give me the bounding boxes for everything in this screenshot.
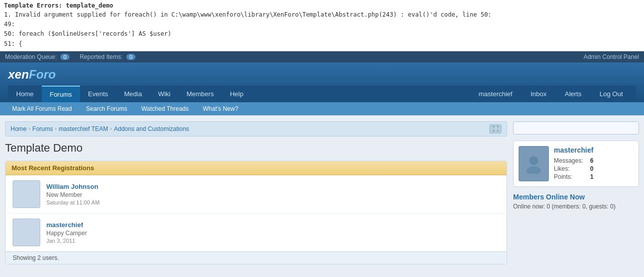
nav-item-forums[interactable]: Forums bbox=[42, 86, 80, 102]
logo-xen: xen bbox=[8, 67, 29, 81]
user-rows: William JohnsonNew MemberSaturday at 11:… bbox=[6, 175, 507, 251]
likes-val: 0 bbox=[590, 165, 594, 172]
user-date-1: Jan 3, 2011 bbox=[46, 238, 87, 244]
messages-label: Messages: bbox=[554, 157, 583, 164]
sidebar: masterchief Messages: 6 Likes: 0 Points:… bbox=[513, 121, 639, 264]
points-val: 1 bbox=[590, 173, 594, 180]
error-bar: Template Errors: template_demo 1. Invali… bbox=[0, 0, 644, 51]
nav-left: HomeForumsEventsMediaWikiMembersHelp bbox=[8, 86, 465, 102]
avatar-icon bbox=[524, 154, 544, 174]
admin-bar: Moderation Queue: 0 Reported Items: 0 Ad… bbox=[0, 51, 644, 62]
stat-row-messages: Messages: 6 bbox=[554, 157, 594, 164]
error-code-49: 49: bbox=[4, 21, 15, 28]
messages-val: 6 bbox=[590, 157, 594, 164]
likes-label: Likes: bbox=[554, 165, 569, 172]
nav-item-help[interactable]: Help bbox=[222, 86, 252, 102]
breadcrumb-item-1[interactable]: Forums bbox=[32, 125, 53, 132]
reported-count: 0 bbox=[126, 54, 135, 60]
breadcrumb-item-2[interactable]: masterchief TEAM bbox=[58, 125, 108, 132]
nav-user-log-out[interactable]: Log Out bbox=[592, 86, 631, 102]
user-title-1: Happy Camper bbox=[46, 230, 87, 237]
breadcrumb-item-0[interactable]: Home bbox=[11, 125, 27, 132]
reg-header: Most Recent Registrations bbox=[6, 161, 507, 175]
nav-item-members[interactable]: Members bbox=[178, 86, 222, 102]
moderation-count: 0 bbox=[60, 54, 69, 60]
registrations-block: Most Recent Registrations William Johnso… bbox=[5, 161, 507, 264]
online-text: Online now: 0 (members: 0, guests: 0) bbox=[513, 203, 639, 210]
error-title: Template Errors: template_demo bbox=[4, 2, 113, 9]
user-row-0: William JohnsonNew MemberSaturday at 11:… bbox=[6, 175, 507, 214]
sub-nav: Mark All Forums ReadSearch ForumsWatched… bbox=[0, 102, 644, 115]
user-info-0: William JohnsonNew MemberSaturday at 11:… bbox=[46, 183, 100, 205]
nav-item-events[interactable]: Events bbox=[80, 86, 116, 102]
breadcrumb: Home›Forums›masterchief TEAM›Addons and … bbox=[5, 121, 507, 136]
nav-user-masterchief[interactable]: masterchief bbox=[470, 86, 520, 102]
content: Home›Forums›masterchief TEAM›Addons and … bbox=[5, 121, 507, 264]
user-avatar-0 bbox=[13, 180, 40, 208]
sidebar-username[interactable]: masterchief bbox=[554, 146, 594, 154]
main-layout: Home›Forums›masterchief TEAM›Addons and … bbox=[0, 115, 644, 270]
header: xenForo HomeForumsEventsMediaWikiMembers… bbox=[0, 62, 644, 102]
error-line1: 1. Invalid argument supplied for foreach… bbox=[4, 11, 491, 18]
breadcrumb-expand[interactable]: ⛶ bbox=[489, 124, 502, 133]
user-date-0: Saturday at 11:00 AM bbox=[46, 199, 100, 205]
user-title-0: New Member bbox=[46, 191, 100, 198]
sidebar-user-info: masterchief Messages: 6 Likes: 0 Points:… bbox=[554, 146, 594, 181]
online-section: Members Online Now Online now: 0 (member… bbox=[513, 193, 639, 210]
page-title: Template Demo bbox=[5, 142, 507, 155]
breadcrumb-sep-0: › bbox=[29, 126, 30, 131]
admin-control-panel-link[interactable]: Admin Control Panel bbox=[584, 53, 639, 60]
stat-row-points: Points: 1 bbox=[554, 173, 594, 180]
breadcrumb-sep-2: › bbox=[110, 126, 112, 131]
reported-label: Reported Items: bbox=[80, 53, 122, 60]
sidebar-avatar bbox=[519, 146, 549, 181]
user-name-1[interactable]: masterchief bbox=[46, 221, 87, 229]
online-title: Members Online Now bbox=[513, 193, 639, 201]
stat-row-likes: Likes: 0 bbox=[554, 165, 594, 172]
sidebar-user-card: masterchief Messages: 6 Likes: 0 Points:… bbox=[513, 141, 639, 187]
reg-footer: Showing 2 users. bbox=[6, 251, 507, 264]
user-avatar-1 bbox=[13, 219, 40, 246]
nav-item-wiki[interactable]: Wiki bbox=[150, 86, 179, 102]
sub-nav-watched-threads[interactable]: Watched Threads bbox=[134, 102, 196, 115]
nav-item-media[interactable]: Media bbox=[116, 86, 150, 102]
breadcrumb-sep-1: › bbox=[55, 126, 56, 131]
sub-nav-search-forums[interactable]: Search Forums bbox=[79, 102, 134, 115]
svg-point-0 bbox=[529, 156, 538, 165]
search-input[interactable] bbox=[513, 121, 639, 134]
user-row-1: masterchiefHappy CamperJan 3, 2011 bbox=[6, 214, 507, 251]
nav-right: masterchiefInboxAlertsLog Out bbox=[465, 86, 636, 102]
points-label: Points: bbox=[554, 173, 573, 180]
logo-foro: Foro bbox=[29, 67, 55, 81]
user-name-0[interactable]: William Johnson bbox=[46, 183, 100, 190]
sidebar-search-container bbox=[513, 121, 639, 141]
breadcrumb-item-3[interactable]: Addons and Customizations bbox=[114, 125, 189, 132]
error-code-50: 50: foreach ($onlineUsers['records'] AS … bbox=[4, 30, 171, 37]
svg-point-1 bbox=[527, 166, 541, 174]
logo[interactable]: xenForo bbox=[8, 67, 56, 82]
moderation-label: Moderation Queue: bbox=[5, 53, 57, 60]
nav-item-home[interactable]: Home bbox=[8, 86, 42, 102]
nav-user-inbox[interactable]: Inbox bbox=[523, 86, 555, 102]
error-code-51: 51: { bbox=[4, 40, 22, 47]
main-nav: HomeForumsEventsMediaWikiMembersHelp mas… bbox=[8, 86, 636, 102]
user-info-1: masterchiefHappy CamperJan 3, 2011 bbox=[46, 221, 87, 244]
sub-nav-what's-new?[interactable]: What's New? bbox=[196, 102, 245, 115]
nav-user-alerts[interactable]: Alerts bbox=[557, 86, 590, 102]
sub-nav-mark-all-forums-read[interactable]: Mark All Forums Read bbox=[5, 102, 79, 115]
